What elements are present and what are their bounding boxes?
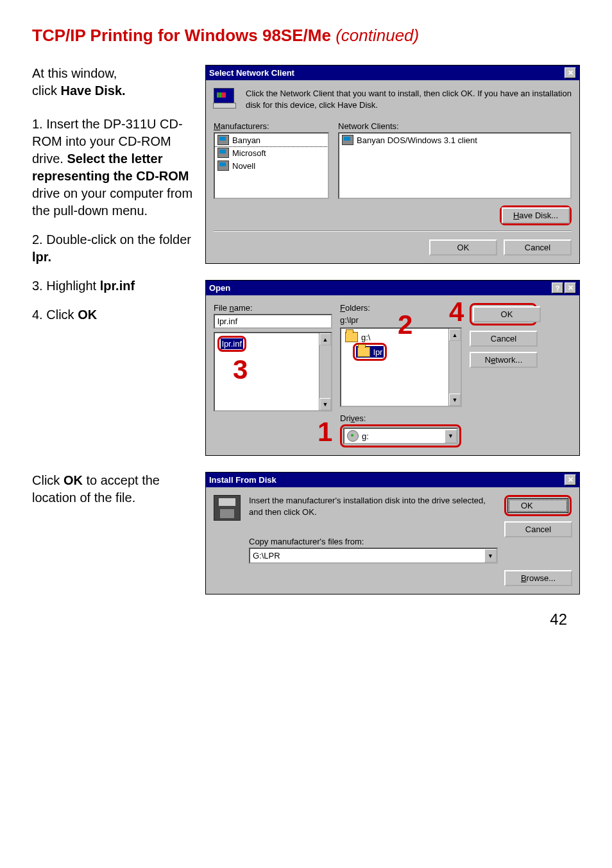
select-network-client-dialog: Select Network Client ✕ Click the Networ…	[205, 65, 580, 264]
network-icon	[217, 161, 229, 171]
scroll-up-icon[interactable]: ▲	[449, 329, 461, 341]
scroll-down-icon[interactable]: ▼	[319, 398, 331, 410]
have-disk-button[interactable]: Have Disk...	[502, 207, 570, 223]
scroll-down-icon[interactable]: ▼	[449, 394, 461, 406]
install-from-disk-dialog: Install From Disk ✕ Insert the manufactu…	[205, 472, 580, 595]
folder-item-root[interactable]: g:\	[344, 331, 446, 343]
drives-label: Drives:	[340, 413, 462, 423]
network-client-icon	[214, 88, 239, 112]
browse-button[interactable]: Browse...	[504, 570, 572, 586]
dialog1-title: Select Network Client	[209, 68, 294, 78]
ok-button-default[interactable]: OK	[507, 498, 568, 513]
open-dialog: Open ? ✕ File name: lpr.inf	[205, 280, 580, 456]
step-3: 3. Highlight lpr.inf	[32, 277, 196, 295]
manufacturers-list[interactable]: Banyan Microsoft Novell	[214, 132, 329, 199]
cd-drive-icon	[347, 430, 359, 442]
file-highlight: lpr.inf	[217, 336, 246, 352]
chevron-down-icon[interactable]: ▼	[445, 430, 457, 443]
help-icon[interactable]: ?	[552, 282, 563, 293]
dialog3-title: Install From Disk	[209, 475, 276, 485]
dialog2-title: Open	[209, 283, 230, 293]
step-4: 4. Click OK	[32, 306, 196, 324]
network-icon	[342, 135, 353, 145]
ok-highlight: OK	[504, 495, 572, 516]
file-name-label: File name:	[214, 303, 332, 313]
close-icon[interactable]: ✕	[565, 67, 576, 78]
chevron-down-icon[interactable]: ▼	[484, 549, 497, 562]
drives-highlight: g: ▼	[340, 424, 461, 447]
step-2: 2. Double-click on the folder lpr.	[32, 231, 196, 266]
list-item[interactable]: Banyan	[215, 134, 328, 146]
network-button[interactable]: Network...	[470, 352, 538, 368]
folder-open-icon	[345, 332, 358, 342]
ok-button[interactable]: OK	[429, 239, 497, 256]
instr2-text: Click OK to accept the location of the f…	[32, 472, 196, 507]
file-item-lpr-inf[interactable]: lpr.inf	[221, 338, 243, 349]
instr1-text: At this window, click Have Disk.	[32, 65, 196, 100]
list-item[interactable]: Microsoft	[215, 146, 328, 159]
list-item[interactable]: Banyan DOS/Windows 3.1 client	[339, 134, 570, 146]
file-list[interactable]: lpr.inf ▲ ▼	[214, 332, 332, 412]
close-icon[interactable]: ✕	[565, 282, 576, 293]
file-name-input[interactable]: lpr.inf	[214, 314, 332, 329]
network-icon	[217, 148, 229, 158]
cancel-button[interactable]: Cancel	[504, 239, 572, 256]
ok-button[interactable]: OK	[473, 306, 541, 322]
scrollbar[interactable]: ▲ ▼	[448, 329, 461, 406]
close-icon[interactable]: ✕	[565, 474, 576, 485]
page-number: 42	[32, 611, 580, 629]
network-icon	[217, 135, 229, 145]
cancel-button[interactable]: Cancel	[470, 331, 538, 347]
network-clients-list[interactable]: Banyan DOS/Windows 3.1 client	[338, 132, 572, 199]
callout-2: 2	[398, 309, 412, 340]
folder-highlight: lpr	[353, 343, 387, 361]
step-1: 1. Insert the DP-311U CD-ROM into your C…	[32, 116, 196, 220]
manufacturers-label: Manufacturers:	[214, 121, 329, 131]
title-continued: (continued)	[331, 26, 419, 45]
scrollbar[interactable]: ▲ ▼	[319, 333, 331, 410]
ok-highlight: OK	[470, 303, 537, 326]
page-title: TCP/IP Printing for Windows 98SE/Me (con…	[32, 26, 580, 46]
dialog1-text: Click the Network Client that you want t…	[246, 88, 572, 110]
callout-4: 4	[449, 297, 464, 327]
cancel-button[interactable]: Cancel	[504, 521, 572, 537]
scroll-up-icon[interactable]: ▲	[319, 333, 331, 345]
title-main: TCP/IP Printing for Windows 98SE/Me	[32, 26, 331, 45]
copy-from-label: Copy manufacturer's files from:	[249, 537, 498, 546]
have-disk-highlight: Have Disk...	[500, 205, 572, 225]
callout-3: 3	[233, 354, 248, 385]
drives-select[interactable]: g: ▼	[343, 428, 458, 444]
network-clients-label: Network Clients:	[338, 121, 572, 131]
callout-1: 1	[318, 417, 332, 447]
list-item[interactable]: Novell	[215, 159, 328, 172]
floppy-icon	[214, 495, 241, 521]
copy-from-select[interactable]: G:\LPR ▼	[249, 548, 498, 564]
folder-item-lpr[interactable]: lpr	[356, 346, 384, 358]
dialog3-text: Insert the manufacturer's installation d…	[249, 495, 498, 517]
folder-open-icon	[357, 347, 370, 357]
